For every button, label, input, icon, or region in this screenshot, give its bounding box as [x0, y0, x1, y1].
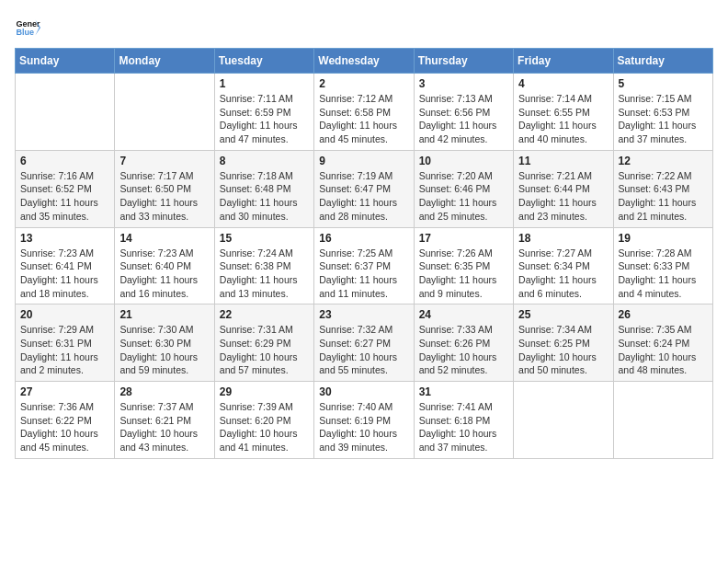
- calendar-cell: 21Sunrise: 7:30 AM Sunset: 6:30 PM Dayli…: [115, 304, 214, 382]
- calendar-cell: 7Sunrise: 7:17 AM Sunset: 6:50 PM Daylig…: [115, 150, 214, 227]
- calendar-cell: [16, 74, 115, 151]
- day-info: Sunrise: 7:35 AM Sunset: 6:24 PM Dayligh…: [619, 323, 708, 377]
- calendar-cell: 3Sunrise: 7:13 AM Sunset: 6:56 PM Daylig…: [414, 74, 513, 151]
- week-row-1: 1Sunrise: 7:11 AM Sunset: 6:59 PM Daylig…: [16, 74, 713, 151]
- day-info: Sunrise: 7:16 AM Sunset: 6:52 PM Dayligh…: [20, 169, 109, 224]
- day-info: Sunrise: 7:15 AM Sunset: 6:53 PM Dayligh…: [619, 92, 708, 146]
- day-info: Sunrise: 7:40 AM Sunset: 6:19 PM Dayligh…: [319, 400, 408, 454]
- day-info: Sunrise: 7:24 AM Sunset: 6:38 PM Dayligh…: [220, 247, 309, 301]
- day-info: Sunrise: 7:34 AM Sunset: 6:25 PM Dayligh…: [518, 323, 608, 377]
- day-number: 23: [319, 308, 408, 321]
- calendar-cell: 11Sunrise: 7:21 AM Sunset: 6:44 PM Dayli…: [514, 150, 613, 227]
- day-info: Sunrise: 7:14 AM Sunset: 6:55 PM Dayligh…: [518, 92, 608, 146]
- calendar-cell: 29Sunrise: 7:39 AM Sunset: 6:20 PM Dayli…: [214, 382, 313, 459]
- day-number: 11: [518, 155, 608, 167]
- day-info: Sunrise: 7:36 AM Sunset: 6:22 PM Dayligh…: [20, 400, 109, 454]
- day-number: 20: [20, 308, 109, 321]
- day-number: 29: [220, 385, 309, 398]
- logo-icon: General Blue: [15, 15, 40, 40]
- day-info: Sunrise: 7:23 AM Sunset: 6:41 PM Dayligh…: [20, 247, 109, 301]
- calendar-cell: 30Sunrise: 7:40 AM Sunset: 6:19 PM Dayli…: [314, 382, 414, 459]
- svg-text:General: General: [16, 19, 40, 29]
- calendar-cell: 23Sunrise: 7:32 AM Sunset: 6:27 PM Dayli…: [314, 304, 414, 382]
- day-info: Sunrise: 7:33 AM Sunset: 6:26 PM Dayligh…: [419, 323, 508, 377]
- calendar-cell: 6Sunrise: 7:16 AM Sunset: 6:52 PM Daylig…: [16, 150, 115, 227]
- calendar-cell: 20Sunrise: 7:29 AM Sunset: 6:31 PM Dayli…: [16, 304, 115, 382]
- calendar-cell: [514, 382, 613, 459]
- calendar-cell: [613, 382, 712, 459]
- week-row-5: 27Sunrise: 7:36 AM Sunset: 6:22 PM Dayli…: [16, 382, 713, 459]
- calendar-table: SundayMondayTuesdayWednesdayThursdayFrid…: [15, 48, 713, 459]
- day-number: 19: [619, 232, 708, 245]
- day-number: 17: [419, 232, 508, 245]
- calendar-cell: 31Sunrise: 7:41 AM Sunset: 6:18 PM Dayli…: [414, 382, 513, 459]
- day-number: 4: [518, 77, 608, 90]
- day-number: 18: [518, 232, 608, 245]
- header-friday: Friday: [514, 49, 613, 74]
- header-thursday: Thursday: [414, 49, 513, 74]
- header-tuesday: Tuesday: [214, 49, 313, 74]
- day-number: 7: [119, 155, 209, 167]
- week-row-3: 13Sunrise: 7:23 AM Sunset: 6:41 PM Dayli…: [16, 227, 713, 304]
- calendar-cell: 24Sunrise: 7:33 AM Sunset: 6:26 PM Dayli…: [414, 304, 513, 382]
- day-number: 27: [20, 385, 109, 398]
- calendar-cell: 1Sunrise: 7:11 AM Sunset: 6:59 PM Daylig…: [214, 74, 313, 151]
- day-number: 31: [419, 385, 508, 398]
- day-info: Sunrise: 7:27 AM Sunset: 6:34 PM Dayligh…: [518, 247, 608, 301]
- day-info: Sunrise: 7:32 AM Sunset: 6:27 PM Dayligh…: [319, 323, 408, 377]
- day-number: 24: [419, 308, 508, 321]
- calendar-cell: 26Sunrise: 7:35 AM Sunset: 6:24 PM Dayli…: [613, 304, 712, 382]
- calendar-cell: 27Sunrise: 7:36 AM Sunset: 6:22 PM Dayli…: [16, 382, 115, 459]
- header-monday: Monday: [115, 49, 214, 74]
- day-info: Sunrise: 7:18 AM Sunset: 6:48 PM Dayligh…: [220, 169, 309, 224]
- day-number: 22: [220, 308, 309, 321]
- calendar-cell: 10Sunrise: 7:20 AM Sunset: 6:46 PM Dayli…: [414, 150, 513, 227]
- day-number: 5: [619, 77, 708, 90]
- header-sunday: Sunday: [16, 49, 115, 74]
- calendar-cell: 28Sunrise: 7:37 AM Sunset: 6:21 PM Dayli…: [115, 382, 214, 459]
- calendar-cell: 25Sunrise: 7:34 AM Sunset: 6:25 PM Dayli…: [514, 304, 613, 382]
- day-info: Sunrise: 7:28 AM Sunset: 6:33 PM Dayligh…: [619, 247, 708, 301]
- day-info: Sunrise: 7:29 AM Sunset: 6:31 PM Dayligh…: [20, 323, 109, 377]
- day-number: 3: [419, 77, 508, 90]
- day-number: 12: [619, 155, 708, 167]
- day-number: 15: [220, 232, 309, 245]
- calendar-cell: 4Sunrise: 7:14 AM Sunset: 6:55 PM Daylig…: [514, 74, 613, 151]
- day-info: Sunrise: 7:11 AM Sunset: 6:59 PM Dayligh…: [220, 92, 309, 146]
- day-info: Sunrise: 7:37 AM Sunset: 6:21 PM Dayligh…: [119, 400, 209, 454]
- day-number: 2: [319, 77, 408, 90]
- day-info: Sunrise: 7:30 AM Sunset: 6:30 PM Dayligh…: [119, 323, 209, 377]
- day-number: 16: [319, 232, 408, 245]
- header-wednesday: Wednesday: [314, 49, 414, 74]
- calendar-cell: 22Sunrise: 7:31 AM Sunset: 6:29 PM Dayli…: [214, 304, 313, 382]
- day-info: Sunrise: 7:13 AM Sunset: 6:56 PM Dayligh…: [419, 92, 508, 146]
- calendar-cell: 16Sunrise: 7:25 AM Sunset: 6:37 PM Dayli…: [314, 227, 414, 304]
- calendar-cell: 8Sunrise: 7:18 AM Sunset: 6:48 PM Daylig…: [214, 150, 313, 227]
- page-header: General Blue: [15, 15, 713, 40]
- day-info: Sunrise: 7:21 AM Sunset: 6:44 PM Dayligh…: [518, 169, 608, 224]
- calendar-cell: 17Sunrise: 7:26 AM Sunset: 6:35 PM Dayli…: [414, 227, 513, 304]
- calendar-cell: 12Sunrise: 7:22 AM Sunset: 6:43 PM Dayli…: [613, 150, 712, 227]
- day-info: Sunrise: 7:19 AM Sunset: 6:47 PM Dayligh…: [319, 169, 408, 224]
- day-number: 9: [319, 155, 408, 167]
- day-info: Sunrise: 7:20 AM Sunset: 6:46 PM Dayligh…: [419, 169, 508, 224]
- day-info: Sunrise: 7:22 AM Sunset: 6:43 PM Dayligh…: [619, 169, 708, 224]
- day-number: 21: [119, 308, 209, 321]
- calendar-cell: 14Sunrise: 7:23 AM Sunset: 6:40 PM Dayli…: [115, 227, 214, 304]
- calendar-cell: 13Sunrise: 7:23 AM Sunset: 6:41 PM Dayli…: [16, 227, 115, 304]
- calendar-header-row: SundayMondayTuesdayWednesdayThursdayFrid…: [16, 49, 713, 74]
- calendar-cell: 5Sunrise: 7:15 AM Sunset: 6:53 PM Daylig…: [613, 74, 712, 151]
- day-info: Sunrise: 7:26 AM Sunset: 6:35 PM Dayligh…: [419, 247, 508, 301]
- day-number: 6: [20, 155, 109, 167]
- day-number: 13: [20, 232, 109, 245]
- logo: General Blue: [15, 15, 44, 40]
- day-info: Sunrise: 7:25 AM Sunset: 6:37 PM Dayligh…: [319, 247, 408, 301]
- calendar-cell: [115, 74, 214, 151]
- day-number: 1: [220, 77, 309, 90]
- day-info: Sunrise: 7:31 AM Sunset: 6:29 PM Dayligh…: [220, 323, 309, 377]
- header-saturday: Saturday: [613, 49, 712, 74]
- day-number: 14: [119, 232, 209, 245]
- day-number: 8: [220, 155, 309, 167]
- day-number: 10: [419, 155, 508, 167]
- calendar-cell: 15Sunrise: 7:24 AM Sunset: 6:38 PM Dayli…: [214, 227, 313, 304]
